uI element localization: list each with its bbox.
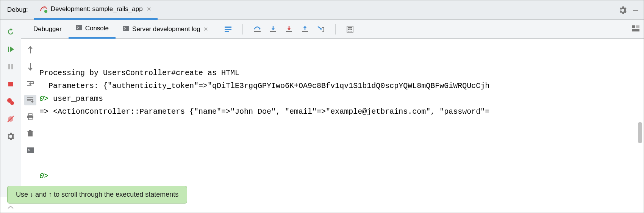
svg-rect-28 (349, 29, 350, 30)
rerun-button[interactable] (5, 27, 17, 37)
console-line: Parameters: {"authenticity_token"=>"qDiT… (39, 80, 644, 92)
text-cursor (54, 171, 54, 181)
svg-rect-27 (348, 29, 349, 30)
svg-rect-30 (348, 31, 349, 31)
soft-wrap-button[interactable] (24, 78, 36, 89)
evaluate-expression-button[interactable] (345, 24, 355, 34)
close-icon[interactable]: ✕ (146, 5, 152, 13)
history-down-button[interactable] (24, 61, 36, 72)
console-toolbar (21, 39, 39, 211)
console-line (39, 131, 644, 144)
mute-breakpoints-button[interactable] (5, 114, 17, 124)
run-to-cursor-button[interactable] (316, 24, 326, 34)
view-breakpoints-button[interactable] (5, 96, 17, 107)
svg-rect-19 (286, 31, 292, 32)
stop-button[interactable] (5, 79, 17, 89)
svg-rect-26 (348, 27, 352, 28)
console-icon (75, 24, 82, 33)
svg-rect-17 (270, 31, 276, 32)
scrollbar-thumb[interactable] (638, 122, 642, 143)
tab-debugger[interactable]: Debugger (27, 20, 69, 39)
tab-console[interactable]: Console (69, 20, 116, 39)
run-toolbar (0, 20, 21, 197)
console-icon (122, 25, 129, 33)
console-line (39, 157, 644, 170)
console-line: 0> user_params (39, 92, 644, 105)
console-line (39, 118, 644, 131)
clear-all-button[interactable] (24, 128, 36, 139)
svg-rect-1 (633, 10, 638, 11)
svg-rect-13 (225, 29, 231, 30)
svg-rect-21 (302, 31, 308, 32)
collapse-icon[interactable] (6, 205, 15, 211)
svg-rect-44 (28, 117, 32, 120)
svg-rect-31 (349, 31, 350, 31)
debug-tabs-toolbar: Debugger Console Server (21, 20, 644, 39)
console-line (39, 144, 644, 157)
svg-rect-14 (225, 31, 229, 32)
hint-text: Use ↓ and ↑ to scroll through the execut… (16, 191, 178, 198)
print-button[interactable] (24, 111, 36, 122)
show-execution-point-button[interactable] (223, 24, 233, 34)
step-out-button[interactable] (300, 24, 310, 34)
svg-point-7 (10, 101, 14, 105)
run-config-tab-label: Development: sample_rails_app (51, 5, 143, 13)
console-line: Processing by UsersController#create as … (39, 67, 644, 80)
gear-icon[interactable] (619, 6, 627, 14)
svg-rect-3 (8, 64, 10, 69)
svg-rect-29 (351, 29, 352, 30)
history-up-button[interactable] (24, 45, 36, 55)
svg-rect-35 (632, 29, 639, 31)
svg-rect-32 (351, 31, 352, 31)
divider (335, 24, 336, 34)
settings-button[interactable] (5, 131, 17, 142)
svg-rect-46 (27, 131, 33, 132)
svg-rect-15 (254, 31, 261, 32)
svg-rect-34 (636, 25, 639, 28)
svg-rect-12 (225, 27, 231, 28)
resume-button[interactable] (5, 44, 17, 55)
svg-rect-4 (11, 64, 13, 69)
scroll-to-end-button[interactable] (24, 95, 36, 105)
step-into-button[interactable] (268, 24, 278, 34)
tab-label: Server development log (132, 25, 200, 33)
svg-rect-45 (28, 132, 33, 136)
svg-rect-42 (28, 114, 32, 116)
close-icon[interactable]: ✕ (203, 26, 208, 33)
svg-rect-47 (29, 130, 31, 131)
minimize-icon[interactable] (631, 6, 640, 14)
console-line: 0> (39, 170, 644, 183)
divider (242, 24, 243, 34)
run-config-tab[interactable]: Development: sample_rails_app ✕ (34, 0, 158, 20)
console-line: => <ActionController::Parameters {"name"… (39, 105, 644, 118)
tab-label: Console (85, 25, 109, 32)
hint-tooltip: Use ↓ and ↑ to scroll through the execut… (7, 186, 187, 204)
debug-tool-window-header: Debug: Development: sample_rails_app ✕ (0, 0, 644, 20)
svg-rect-2 (8, 47, 9, 52)
tab-label: Debugger (33, 25, 62, 33)
new-console-button[interactable] (24, 145, 36, 155)
layout-settings-icon[interactable] (631, 25, 640, 33)
rails-icon (39, 5, 48, 13)
tab-server-log[interactable]: Server development log ✕ (116, 20, 215, 39)
pause-button[interactable] (5, 61, 17, 72)
step-over-button[interactable] (252, 24, 263, 34)
force-step-into-button[interactable] (284, 24, 294, 34)
debug-label: Debug: (0, 6, 34, 14)
svg-rect-48 (27, 147, 34, 153)
svg-rect-33 (632, 25, 635, 28)
svg-point-0 (44, 10, 47, 13)
svg-rect-5 (8, 82, 13, 86)
console-output[interactable]: Processing by UsersController#create as … (39, 39, 644, 211)
